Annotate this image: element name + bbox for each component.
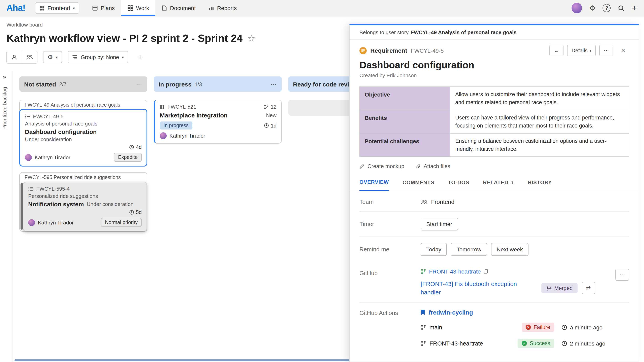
- group-label[interactable]: FWCYL-595 Personalized ride suggestions: [20, 173, 147, 182]
- tab-document-label: Document: [170, 5, 196, 11]
- table-row: Benefits Users can have a tailored view …: [360, 110, 629, 133]
- tab-plans[interactable]: Plans: [86, 0, 121, 16]
- repo-name[interactable]: fredwin-cycling: [429, 309, 473, 316]
- drag-indicator: [20, 183, 23, 230]
- record-detail-panel: Belongs to user story FWCYL-49 Analysis …: [349, 24, 639, 362]
- create-plus-icon[interactable]: +: [632, 4, 637, 12]
- assignee-avatar: [160, 132, 167, 139]
- table-row: Objective Allow users to customize their…: [360, 87, 629, 110]
- belongs-story-link[interactable]: FWCYL-49 Analysis of personal race goals: [410, 29, 516, 35]
- related-count-badge: 1: [511, 180, 514, 185]
- board-horizontal-scrollbar[interactable]: [14, 359, 350, 361]
- remind-next-week-button[interactable]: Next week: [491, 243, 529, 256]
- attach-files-label: Attach files: [424, 163, 450, 170]
- github-branch-link[interactable]: FRONT-43-heartrate: [429, 269, 481, 275]
- github-pr-link[interactable]: [FRONT-43] Fix bluetooth exception handl…: [420, 280, 529, 297]
- column-name: Ready for code review: [293, 81, 357, 87]
- team-work-filter-button[interactable]: [22, 51, 37, 63]
- tab-related[interactable]: RELATED 1: [483, 177, 514, 191]
- breadcrumb[interactable]: Workflow board: [6, 22, 43, 28]
- column-count: 2/7: [59, 81, 66, 87]
- field-label: Remind me: [360, 246, 420, 253]
- field-label: Team: [360, 199, 420, 205]
- card-fwcyl-595-4[interactable]: FWCYL-595-4 Personalized ride suggestion…: [23, 182, 147, 231]
- run-branch-name[interactable]: main: [430, 324, 442, 331]
- attach-files-button[interactable]: Attach files: [416, 163, 450, 170]
- pencil-icon: [360, 164, 365, 169]
- run-branch-name[interactable]: FRONT-43-heartrate: [430, 340, 483, 347]
- copy-icon[interactable]: [484, 269, 488, 274]
- tab-todos[interactable]: TO-DOS: [448, 177, 469, 191]
- settings-gear-icon[interactable]: ⚙: [589, 5, 596, 11]
- user-avatar[interactable]: [572, 3, 582, 13]
- group-label[interactable]: FWCYL-49 Analysis of personal race goals: [20, 100, 147, 109]
- record-ref: FWCYL-49-5: [411, 47, 444, 54]
- close-panel-button[interactable]: ×: [617, 45, 629, 56]
- github-more-button[interactable]: ⋯: [616, 269, 629, 281]
- favorite-star-icon[interactable]: ☆: [247, 33, 255, 44]
- column-not-started: Not started 2/7 ⋯ FWCYL-49 Analysis of p…: [19, 76, 147, 237]
- my-work-filter-button[interactable]: [7, 51, 22, 63]
- layers-icon: [72, 54, 78, 60]
- tab-overview[interactable]: OVERVIEW: [360, 177, 389, 191]
- remind-today-button[interactable]: Today: [420, 243, 447, 256]
- help-icon[interactable]: ?: [603, 4, 611, 12]
- tab-comments[interactable]: COMMENTS: [402, 177, 434, 191]
- git-merge-icon: [546, 286, 552, 291]
- tab-reports[interactable]: Reports: [202, 0, 243, 16]
- attr-value: Users can have a tailored view of their …: [450, 110, 629, 133]
- back-button[interactable]: ←: [550, 45, 564, 56]
- clock-icon: [264, 123, 269, 128]
- card-ref: FWCYL-49-5: [33, 113, 64, 119]
- pr-merged-badge: Merged: [541, 283, 578, 293]
- clock-icon: [562, 341, 567, 346]
- column-menu-icon[interactable]: ⋯: [270, 80, 277, 88]
- column-menu-icon[interactable]: ⋯: [136, 80, 142, 88]
- add-column-button[interactable]: +: [134, 51, 146, 63]
- remind-tomorrow-button[interactable]: Tomorrow: [451, 243, 487, 256]
- refresh-button[interactable]: ⇄: [582, 282, 595, 294]
- team-value[interactable]: Frontend: [431, 199, 454, 205]
- group-by-button[interactable]: Group by: None ▾: [68, 51, 128, 63]
- card-fwcyl-49-5[interactable]: FWCYL-49-5 Analysis of personal race goa…: [19, 109, 147, 167]
- failure-icon: ✕: [526, 325, 531, 330]
- work-icon: [128, 5, 133, 11]
- story-group-fwcyl-49: FWCYL-49 Analysis of personal race goals…: [19, 100, 147, 167]
- priority-tag[interactable]: Expedite: [114, 153, 142, 162]
- tab-history[interactable]: HISTORY: [528, 177, 552, 191]
- create-mockup-button[interactable]: Create mockup: [360, 163, 404, 170]
- search-icon[interactable]: [618, 5, 625, 11]
- tab-plans-label: Plans: [100, 5, 115, 11]
- priority-tag[interactable]: Normal priority: [101, 218, 142, 227]
- field-label: Timer: [360, 221, 420, 227]
- backlog-rail-label[interactable]: Prioritized backlog: [2, 87, 8, 129]
- card-fwcyl-521[interactable]: FWCYL-521 12 Marketplace integration New…: [154, 100, 282, 144]
- column-count: 1/3: [194, 81, 202, 87]
- details-button[interactable]: Details ›: [567, 45, 596, 56]
- record-title: Dashboard configuration: [350, 57, 639, 72]
- app-root: Aha! Frontend ▾ Plans Work Document Repo…: [0, 0, 644, 362]
- card-age: 5d: [136, 209, 142, 215]
- field-label: GitHub: [360, 269, 420, 277]
- workspace-switcher[interactable]: Frontend ▾: [35, 2, 79, 14]
- expand-backlog-icon[interactable]: »: [3, 73, 6, 80]
- card-age: 4d: [136, 144, 142, 150]
- card-ref: FWCYL-521: [168, 104, 196, 110]
- card-title: Dashboard configuration: [25, 128, 142, 135]
- repo-link-row[interactable]: fredwin-cycling: [420, 309, 629, 316]
- story-group-fwcyl-595: FWCYL-595 Personalized ride suggestions …: [19, 172, 147, 232]
- git-branch-icon: [420, 341, 426, 346]
- attr-label: Objective: [360, 87, 450, 110]
- tab-document[interactable]: Document: [156, 0, 202, 16]
- aha-logo[interactable]: Aha!: [6, 3, 25, 13]
- workflow-run-row: FRONT-43-heartrate ✓ Success 2 minutes a…: [420, 339, 629, 348]
- board-settings-button[interactable]: ⚙ ▾: [43, 51, 62, 63]
- panel-more-button[interactable]: ⋯: [599, 45, 614, 56]
- column-name: In progress: [158, 81, 192, 87]
- attr-label: Benefits: [360, 110, 450, 133]
- person-icon: [11, 54, 17, 60]
- feature-grid-icon: [160, 104, 164, 109]
- start-timer-button[interactable]: Start timer: [420, 218, 458, 231]
- card-workflow-status: Under consideration: [87, 201, 134, 207]
- tab-work[interactable]: Work: [121, 0, 156, 16]
